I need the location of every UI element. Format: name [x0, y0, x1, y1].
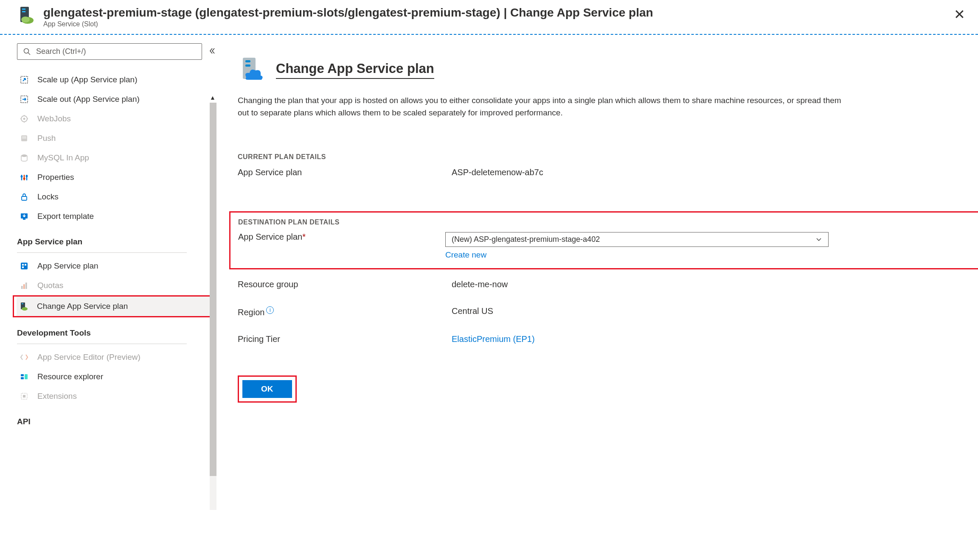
svg-point-23 — [26, 175, 28, 177]
sidebar-item-label: Push — [37, 134, 56, 143]
sidebar-item-label: WebJobs — [37, 114, 71, 123]
blade-header: glengatest-premium-stage (glengatest-pre… — [0, 0, 978, 35]
close-icon[interactable]: ✕ — [954, 8, 965, 21]
sidebar: Search (Ctrl+/) Scale up (App Service pl… — [0, 35, 221, 559]
search-input[interactable]: Search (Ctrl+/) — [17, 43, 202, 60]
sidebar-item-extensions[interactable]: Extensions — [17, 386, 216, 406]
scale-out-icon — [19, 94, 30, 105]
sidebar-item-scale-out-app-service-plan[interactable]: Scale out (App Service plan) — [17, 90, 216, 109]
divider — [17, 252, 187, 253]
scale-up-icon — [19, 74, 30, 85]
region-value: Central US — [452, 306, 493, 316]
sidebar-section-development-tools: Development Tools — [17, 317, 216, 342]
svg-rect-43 — [245, 60, 250, 62]
svg-point-4 — [21, 17, 30, 22]
current-plan-section-label: CURRENT PLAN DETAILS — [238, 153, 978, 161]
search-icon — [23, 48, 31, 56]
svg-rect-26 — [23, 218, 25, 220]
push-icon — [19, 133, 30, 144]
sidebar-item-label: Scale out (App Service plan) — [37, 95, 140, 104]
svg-point-22 — [23, 178, 25, 180]
sidebar-item-export-template[interactable]: Export template — [17, 207, 216, 226]
sidebar-item-highlight: Change App Service plan — [13, 295, 216, 317]
svg-point-10 — [23, 118, 25, 120]
svg-point-36 — [22, 307, 28, 311]
region-label: Regioni — [238, 306, 452, 317]
pricing-tier-label: Pricing Tier — [238, 334, 452, 344]
sidebar-item-app-service-editor-preview[interactable]: App Service Editor (Preview) — [17, 347, 216, 367]
sidebar-item-locks[interactable]: Locks — [17, 187, 216, 207]
blade-title: glengatest-premium-stage (glengatest-pre… — [43, 6, 968, 20]
sidebar-item-quotas[interactable]: Quotas — [17, 276, 216, 295]
svg-rect-30 — [22, 266, 24, 268]
svg-rect-32 — [23, 284, 25, 289]
collapse-sidebar-icon[interactable] — [208, 47, 216, 56]
svg-rect-16 — [22, 136, 26, 139]
sidebar-section-api: API — [17, 406, 216, 431]
scrollbar-thumb[interactable] — [210, 103, 216, 476]
svg-point-21 — [21, 176, 23, 178]
svg-rect-1 — [22, 8, 25, 10]
sidebar-item-label: Change App Service plan — [37, 302, 128, 311]
create-new-link[interactable]: Create new — [445, 250, 829, 260]
page-title: Change App Service plan — [276, 61, 434, 79]
sidebar-item-label: Quotas — [37, 281, 63, 290]
svg-rect-35 — [22, 303, 23, 304]
sidebar-item-label: Scale up (App Service plan) — [37, 75, 138, 84]
main-content: Change App Service plan Changing the pla… — [221, 35, 978, 559]
svg-rect-44 — [245, 64, 250, 67]
sidebar-item-app-service-plan[interactable]: App Service plan — [17, 256, 216, 276]
svg-point-17 — [21, 154, 27, 157]
svg-rect-28 — [22, 264, 24, 266]
properties-icon — [19, 172, 30, 183]
page-description: Changing the plan that your app is hoste… — [238, 94, 849, 119]
resource-group-label: Resource group — [238, 280, 452, 289]
chevron-down-icon — [815, 236, 822, 243]
sidebar-item-label: Export template — [37, 212, 94, 221]
app-service-slot-icon — [17, 6, 36, 25]
svg-rect-38 — [21, 377, 24, 379]
current-plan-value: ASP-deletemenow-ab7c — [452, 168, 543, 177]
svg-point-5 — [24, 48, 29, 53]
svg-rect-39 — [25, 374, 28, 379]
sidebar-item-label: Locks — [37, 192, 59, 202]
sidebar-item-resource-explorer[interactable]: Resource explorer — [17, 367, 216, 386]
ok-button[interactable]: OK — [242, 380, 292, 398]
svg-rect-2 — [22, 11, 25, 12]
info-icon[interactable]: i — [266, 306, 274, 314]
current-plan-label: App Service plan — [238, 168, 452, 177]
sidebar-item-label: App Service Editor (Preview) — [37, 353, 141, 362]
svg-rect-33 — [25, 283, 27, 289]
change-asp-icon — [18, 301, 29, 312]
svg-rect-31 — [21, 286, 23, 289]
sidebar-item-label: MySQL In App — [37, 153, 89, 162]
destination-plan-highlight: DESTINATION PLAN DETAILS App Service pla… — [229, 211, 978, 269]
asp-icon — [19, 260, 30, 272]
webjobs-icon — [19, 113, 30, 124]
sidebar-item-label: Properties — [37, 173, 74, 182]
search-placeholder: Search (Ctrl+/) — [36, 47, 86, 56]
extensions-icon — [19, 391, 30, 402]
svg-line-6 — [28, 53, 30, 55]
svg-rect-27 — [21, 263, 28, 269]
destination-plan-dropdown[interactable]: (New) ASP-glengatest-premium-stage-a402 — [445, 232, 829, 247]
sidebar-item-change-app-service-plan[interactable]: Change App Service plan — [17, 297, 214, 316]
scroll-arrow-up-icon[interactable]: ▲ — [210, 94, 216, 101]
sidebar-item-webjobs[interactable]: WebJobs — [17, 109, 216, 129]
locks-icon — [19, 191, 30, 202]
quotas-icon — [19, 280, 30, 291]
sidebar-item-properties[interactable]: Properties — [17, 168, 216, 187]
editor-icon — [19, 352, 30, 363]
ok-button-highlight: OK — [238, 375, 297, 403]
sidebar-item-scale-up-app-service-plan[interactable]: Scale up (App Service plan) — [17, 70, 216, 90]
divider — [17, 344, 187, 344]
resource-group-value: delete-me-now — [452, 280, 508, 289]
sidebar-section-app-service-plan: App Service plan — [17, 226, 216, 251]
destination-plan-section-label: DESTINATION PLAN DETAILS — [238, 218, 829, 226]
sidebar-item-label: App Service plan — [37, 261, 98, 271]
pricing-tier-link[interactable]: ElasticPremium (EP1) — [452, 334, 535, 344]
sidebar-item-mysql-in-app[interactable]: MySQL In App — [17, 148, 216, 168]
sidebar-item-push[interactable]: Push — [17, 129, 216, 148]
mysql-icon — [19, 152, 30, 163]
svg-rect-41 — [23, 395, 25, 398]
